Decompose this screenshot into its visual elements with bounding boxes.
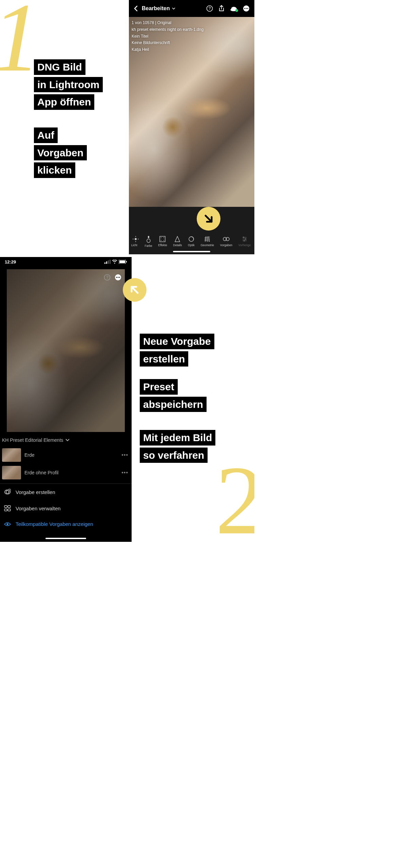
svg-point-44 [116,277,117,278]
screenshot-1: Bearbeiten ? 1 von 10578 | Original kh p… [129,0,254,254]
help-icon[interactable]: ? [104,274,111,281]
svg-point-4 [246,8,247,9]
more-icon[interactable] [115,274,121,281]
tool-presets[interactable]: Vorgaben [220,236,232,248]
status-bar: 12:29 [0,257,132,267]
svg-rect-53 [8,506,11,508]
home-indicator [173,251,210,252]
svg-point-15 [163,237,164,238]
svg-point-6 [135,238,137,240]
back-icon[interactable] [134,5,138,12]
svg-rect-36 [110,260,111,264]
instruction-2-create: Neue Vorgabe erstellen [140,334,214,369]
instruction-1-open: DNG Bild in Lightroom App öffnen [34,59,103,112]
share-icon[interactable] [218,5,225,12]
preset-item[interactable]: Erde ohne Profil ••• [0,464,132,481]
home-indicator [45,538,86,539]
step-number-2: 2 [215,461,254,540]
svg-text:?: ? [209,6,211,11]
chevron-down-icon [172,7,175,9]
svg-rect-52 [4,506,7,508]
eye-icon [4,522,11,527]
svg-point-56 [7,523,8,525]
svg-rect-39 [119,260,125,263]
svg-point-37 [114,263,115,264]
svg-point-16 [161,240,161,241]
header-title-dropdown[interactable]: Bearbeiten [142,5,202,12]
instruction-2-save: Preset abspeichern [140,379,207,414]
menu-manage-presets[interactable]: Vorgaben verwalten [0,500,132,516]
screenshot-2: 12:29 ? KH Preset Editorial Elements Erd… [0,257,132,542]
signal-icon [104,260,111,264]
pointer-arrow-down-right [197,207,220,231]
svg-point-46 [119,277,120,278]
svg-point-31 [245,239,246,240]
photo-preview-dim[interactable]: ? [7,269,125,432]
tool-details[interactable]: Details [173,236,182,248]
svg-point-14 [161,237,161,238]
edit-toolbar: Licht Farbe Effekte Details Optik Geomet… [129,236,254,248]
svg-point-12 [147,239,150,243]
tool-color[interactable]: Farbe [144,236,152,248]
chevron-down-icon [65,439,70,441]
svg-point-3 [244,8,245,9]
tool-geometry[interactable]: Geometrie [200,236,214,248]
tool-previous[interactable]: Vorherige [238,236,251,248]
preset-item[interactable]: Erde ••• [0,446,132,464]
svg-rect-40 [126,261,127,262]
svg-rect-13 [160,236,165,242]
svg-point-5 [247,8,248,9]
svg-rect-34 [106,261,107,264]
cloud-sync-icon[interactable] [230,6,237,11]
svg-rect-55 [8,509,11,511]
svg-rect-35 [108,260,109,264]
status-time: 12:29 [5,259,16,264]
svg-point-17 [163,240,164,241]
instruction-1-click: Auf Vorgaben klicken [34,127,87,180]
tool-optics[interactable]: Optik [188,236,195,248]
svg-point-32 [244,240,245,241]
photo-metadata: 1 von 10578 | Original kh preset element… [132,20,204,53]
preset-thumbnail [2,448,21,462]
tool-effects[interactable]: Effekte [158,236,167,248]
battery-icon [119,260,127,264]
menu-create-preset[interactable]: Vorgabe erstellen [0,484,132,500]
manage-presets-icon [4,505,11,512]
instruction-2-repeat: Mit jedem Bild so verfahren [140,430,215,465]
tool-light[interactable]: Licht [133,236,139,248]
svg-point-45 [118,277,119,278]
svg-rect-11 [148,236,149,238]
preset-thumbnail [2,466,21,479]
preset-more-icon[interactable]: ••• [121,470,128,476]
preset-more-icon[interactable]: ••• [121,452,128,458]
svg-point-30 [243,237,244,238]
pointer-arrow-up-left [123,278,147,302]
menu-show-partial-presets[interactable]: Teilkompatible Vorgaben anzeigen [0,516,132,532]
add-preset-icon [4,489,11,495]
wifi-icon [112,260,117,264]
app-header: Bearbeiten ? [129,0,254,17]
help-icon[interactable]: ? [206,5,213,12]
more-icon[interactable] [243,5,250,12]
svg-rect-54 [4,509,7,511]
photo-preview[interactable]: 1 von 10578 | Original kh preset element… [129,17,254,207]
preset-group-dropdown[interactable]: KH Preset Editorial Elements [0,432,132,446]
svg-rect-33 [104,262,105,264]
svg-text:?: ? [106,275,109,280]
